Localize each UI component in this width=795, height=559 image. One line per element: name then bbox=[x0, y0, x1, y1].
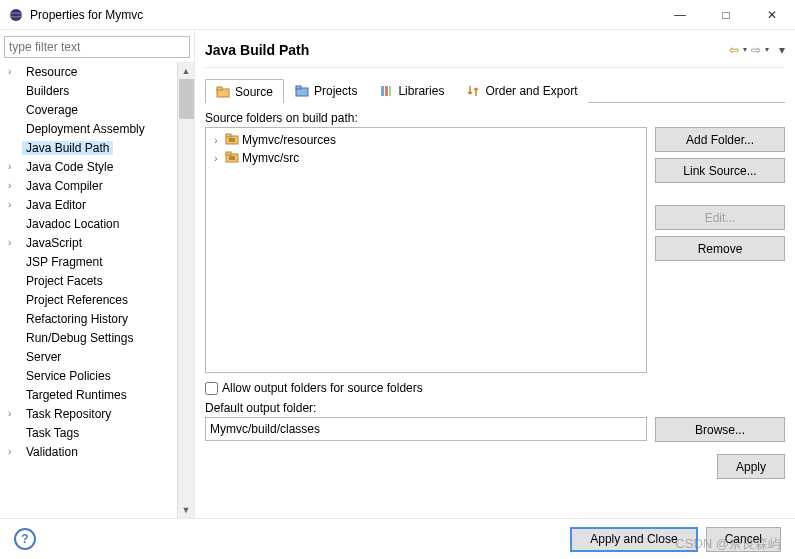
property-tree[interactable]: ›Resource›Builders›Coverage›Deployment A… bbox=[0, 62, 177, 518]
default-output-label: Default output folder: bbox=[205, 401, 785, 415]
edit-button[interactable]: Edit... bbox=[655, 205, 785, 230]
allow-output-checkbox[interactable] bbox=[205, 382, 218, 395]
tree-item[interactable]: ›Java Code Style bbox=[4, 157, 177, 176]
tree-item[interactable]: ›Service Policies bbox=[4, 366, 177, 385]
chevron-right-icon[interactable]: › bbox=[8, 408, 22, 419]
chevron-right-icon[interactable]: › bbox=[8, 199, 22, 210]
chevron-right-icon[interactable]: › bbox=[8, 446, 22, 457]
tab-label: Source bbox=[235, 85, 273, 99]
tree-item[interactable]: ›JavaScript bbox=[4, 233, 177, 252]
footer: ? Apply and Close Cancel bbox=[0, 518, 795, 559]
tree-item-label: Coverage bbox=[22, 103, 82, 117]
apply-button[interactable]: Apply bbox=[717, 454, 785, 479]
tab-order-and-export[interactable]: Order and Export bbox=[455, 79, 588, 103]
chevron-right-icon[interactable]: › bbox=[210, 135, 222, 146]
chevron-right-icon[interactable]: › bbox=[8, 66, 22, 77]
tree-item-label: JSP Fragment bbox=[22, 255, 106, 269]
tab-projects[interactable]: Projects bbox=[284, 79, 368, 103]
tree-item-label: Deployment Assembly bbox=[22, 122, 149, 136]
close-button[interactable]: ✕ bbox=[749, 0, 795, 30]
sidebar-scrollbar[interactable]: ▲ ▼ bbox=[177, 62, 194, 518]
svg-rect-7 bbox=[385, 86, 388, 96]
view-menu-icon[interactable]: ▾ bbox=[779, 43, 785, 57]
libraries-icon bbox=[379, 84, 393, 98]
tree-item[interactable]: ›Java Editor bbox=[4, 195, 177, 214]
svg-rect-10 bbox=[226, 134, 231, 137]
tree-item-label: Java Code Style bbox=[22, 160, 117, 174]
window-title: Properties for Mymvc bbox=[30, 8, 657, 22]
chevron-right-icon[interactable]: › bbox=[8, 161, 22, 172]
tab-libraries[interactable]: Libraries bbox=[368, 79, 455, 103]
tree-item[interactable]: ›Task Tags bbox=[4, 423, 177, 442]
svg-rect-5 bbox=[296, 86, 301, 89]
source-folder-label: Mymvc/resources bbox=[242, 133, 336, 147]
browse-button[interactable]: Browse... bbox=[655, 417, 785, 442]
chevron-right-icon[interactable]: › bbox=[210, 153, 222, 164]
tree-item[interactable]: ›Server bbox=[4, 347, 177, 366]
svg-rect-3 bbox=[217, 87, 222, 90]
main-panel: Java Build Path ⇦▾ ⇨▾ ▾ SourceProjectsLi… bbox=[195, 30, 795, 518]
scroll-track[interactable] bbox=[178, 119, 194, 501]
tree-item-label: Java Editor bbox=[22, 198, 90, 212]
scroll-thumb[interactable] bbox=[179, 79, 194, 119]
tree-item[interactable]: ›Run/Debug Settings bbox=[4, 328, 177, 347]
tree-item-label: Validation bbox=[22, 445, 82, 459]
source-folder-icon bbox=[216, 85, 230, 99]
tree-item[interactable]: ›Deployment Assembly bbox=[4, 119, 177, 138]
sidebar: ›Resource›Builders›Coverage›Deployment A… bbox=[0, 30, 195, 518]
apply-and-close-button[interactable]: Apply and Close bbox=[570, 527, 697, 552]
nav-back-icon[interactable]: ⇦ bbox=[729, 43, 739, 57]
cancel-button[interactable]: Cancel bbox=[706, 527, 781, 552]
tab-label: Libraries bbox=[398, 84, 444, 98]
order-icon bbox=[466, 84, 480, 98]
minimize-button[interactable]: ― bbox=[657, 0, 703, 30]
filter-input[interactable] bbox=[4, 36, 190, 58]
tree-item[interactable]: ›Project References bbox=[4, 290, 177, 309]
page-nav: ⇦▾ ⇨▾ ▾ bbox=[729, 43, 785, 57]
source-folder-label: Mymvc/src bbox=[242, 151, 299, 165]
eclipse-icon bbox=[8, 7, 24, 23]
tree-item-label: Service Policies bbox=[22, 369, 115, 383]
titlebar: Properties for Mymvc ― □ ✕ bbox=[0, 0, 795, 30]
tree-item[interactable]: ›Builders bbox=[4, 81, 177, 100]
remove-button[interactable]: Remove bbox=[655, 236, 785, 261]
tree-item[interactable]: ›Targeted Runtimes bbox=[4, 385, 177, 404]
tab-label: Order and Export bbox=[485, 84, 577, 98]
source-folders-tree[interactable]: ›Mymvc/resources›Mymvc/src bbox=[205, 127, 647, 373]
tree-item[interactable]: ›Java Build Path bbox=[4, 138, 177, 157]
tree-item-label: Project Facets bbox=[22, 274, 107, 288]
source-folder-item[interactable]: ›Mymvc/resources bbox=[208, 131, 644, 149]
tree-item[interactable]: ›Coverage bbox=[4, 100, 177, 119]
tree-item[interactable]: ›JSP Fragment bbox=[4, 252, 177, 271]
svg-rect-14 bbox=[229, 156, 235, 160]
default-output-input[interactable] bbox=[205, 417, 647, 441]
nav-back-menu-icon[interactable]: ▾ bbox=[743, 45, 747, 54]
tree-item[interactable]: ›Java Compiler bbox=[4, 176, 177, 195]
tree-item-label: Refactoring History bbox=[22, 312, 132, 326]
link-source-button[interactable]: Link Source... bbox=[655, 158, 785, 183]
package-folder-icon bbox=[225, 150, 239, 167]
nav-forward-menu-icon[interactable]: ▾ bbox=[765, 45, 769, 54]
tree-item-label: Server bbox=[22, 350, 65, 364]
add-folder-button[interactable]: Add Folder... bbox=[655, 127, 785, 152]
tree-item-label: Resource bbox=[22, 65, 81, 79]
svg-rect-13 bbox=[226, 152, 231, 155]
chevron-right-icon[interactable]: › bbox=[8, 237, 22, 248]
scroll-up-icon[interactable]: ▲ bbox=[178, 62, 194, 79]
tree-item[interactable]: ›Validation bbox=[4, 442, 177, 461]
tree-item[interactable]: ›Javadoc Location bbox=[4, 214, 177, 233]
tree-item[interactable]: ›Task Repository bbox=[4, 404, 177, 423]
tree-item[interactable]: ›Refactoring History bbox=[4, 309, 177, 328]
source-folder-item[interactable]: ›Mymvc/src bbox=[208, 149, 644, 167]
help-icon[interactable]: ? bbox=[14, 528, 36, 550]
maximize-button[interactable]: □ bbox=[703, 0, 749, 30]
tab-source[interactable]: Source bbox=[205, 79, 284, 103]
projects-icon bbox=[295, 84, 309, 98]
svg-rect-6 bbox=[381, 86, 384, 96]
nav-forward-icon[interactable]: ⇨ bbox=[751, 43, 761, 57]
scroll-down-icon[interactable]: ▼ bbox=[178, 501, 194, 518]
tree-item[interactable]: ›Resource bbox=[4, 62, 177, 81]
chevron-right-icon[interactable]: › bbox=[8, 180, 22, 191]
tree-item[interactable]: ›Project Facets bbox=[4, 271, 177, 290]
tree-item-label: Builders bbox=[22, 84, 73, 98]
